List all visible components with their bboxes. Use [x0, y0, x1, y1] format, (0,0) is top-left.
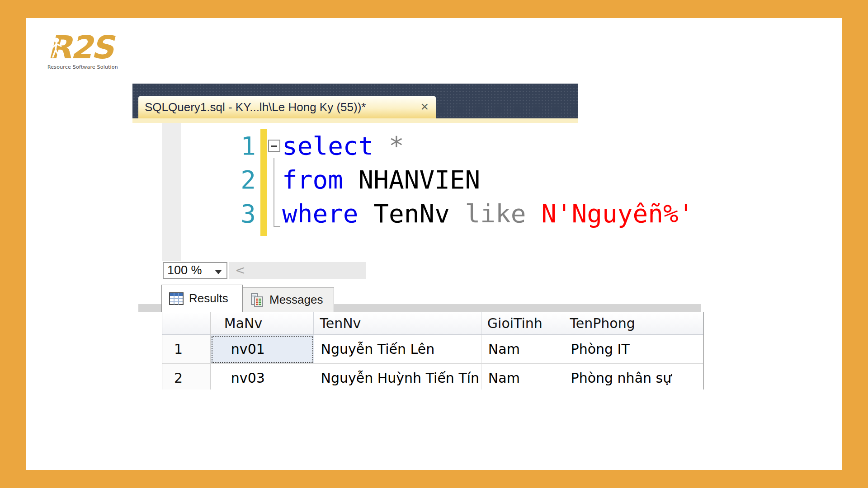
row-header-1[interactable]: 1 [162, 335, 211, 364]
code-text: select * [282, 129, 404, 163]
ssms-screenshot: SQLQuery1.sql - KY...lh\Le Hong Ky (55))… [132, 84, 704, 389]
zoom-level-value: 100 % [167, 263, 202, 277]
person-icon [50, 37, 66, 59]
collapse-minus-icon[interactable] [268, 140, 280, 152]
document-tab[interactable]: SQLQuery1.sql - KY...lh\Le Hong Ky (55))… [138, 96, 436, 118]
table-row: 1 nv01 Nguyễn Tiến Lên Nam Phòng IT [162, 335, 703, 364]
fold-guide-foot [274, 226, 280, 227]
editor-zoom-dropdown[interactable]: 100 % [163, 262, 227, 279]
tab-results-label: Results [189, 291, 228, 305]
line-number: 2 [223, 163, 256, 197]
document-tab-bar: SQLQuery1.sql - KY...lh\Le Hong Ky (55))… [132, 96, 578, 123]
messages-icon [250, 293, 264, 307]
r2s-logo: R2S Resource Software Solution [47, 32, 147, 70]
table-grid-icon [169, 292, 184, 305]
cell-tennv[interactable]: Nguyễn Tiến Lên [314, 335, 481, 364]
line-number: 3 [223, 197, 256, 230]
tab-messages-label: Messages [269, 293, 323, 307]
horizontal-scrollbar[interactable]: < [229, 262, 366, 279]
cell-gioitinh[interactable]: Nam [481, 335, 564, 364]
code-line-1: 1 select * [132, 129, 704, 163]
grid-corner-header[interactable] [162, 312, 211, 334]
column-header-gioitinh[interactable]: GioiTinh [481, 312, 564, 334]
cell-gioitinh[interactable]: Nam [481, 364, 564, 389]
code-line-2: 2 from NHANVIEN [132, 163, 704, 197]
cell-tenphong[interactable]: Phòng IT [564, 335, 703, 364]
fold-guide-line [274, 158, 274, 227]
tab-messages[interactable]: Messages [243, 287, 334, 312]
column-header-manv[interactable]: MaNv [211, 312, 314, 334]
close-icon[interactable]: × [420, 100, 429, 113]
chevron-down-icon [215, 270, 222, 274]
grid-header-row: MaNv TenNv GioiTinh TenPhong [162, 312, 703, 335]
table-row: 2 nv03 Nguyễn Huỳnh Tiến Tín Nam Phòng n… [162, 364, 703, 389]
cell-tenphong[interactable]: Phòng nhân sự [564, 364, 703, 389]
results-grid: MaNv TenNv GioiTinh TenPhong 1 nv01 Nguy… [162, 312, 704, 389]
code-text: where TenNv like N'Nguyễn%' [282, 197, 693, 230]
column-header-tennv[interactable]: TenNv [314, 312, 481, 334]
sql-code-editor[interactable]: 1 select * 2 from NHANVIEN 3 where TenNv… [132, 123, 704, 261]
document-tab-title: SQLQuery1.sql - KY...lh\Le Hong Ky (55))… [145, 100, 366, 114]
column-header-tenphong[interactable]: TenPhong [564, 312, 703, 334]
cell-manv[interactable]: nv03 [211, 364, 314, 389]
scroll-left-icon[interactable]: < [235, 263, 245, 277]
content-card: R2S Resource Software Solution SQLQuery1… [26, 18, 842, 470]
cell-manv-selected[interactable]: nv01 [211, 335, 314, 364]
window-top-bar [132, 84, 578, 96]
line-number: 1 [223, 129, 256, 163]
tab-strip-bottom-border [132, 118, 578, 123]
cell-tennv[interactable]: Nguyễn Huỳnh Tiến Tín [314, 364, 481, 389]
code-text: from NHANVIEN [282, 163, 480, 197]
slide-canvas: R2S Resource Software Solution SQLQuery1… [0, 0, 868, 488]
logo-tagline: Resource Software Solution [47, 64, 147, 70]
code-line-3: 3 where TenNv like N'Nguyễn%' [132, 197, 704, 230]
tab-results[interactable]: Results [161, 285, 243, 312]
row-header-2[interactable]: 2 [162, 364, 211, 389]
